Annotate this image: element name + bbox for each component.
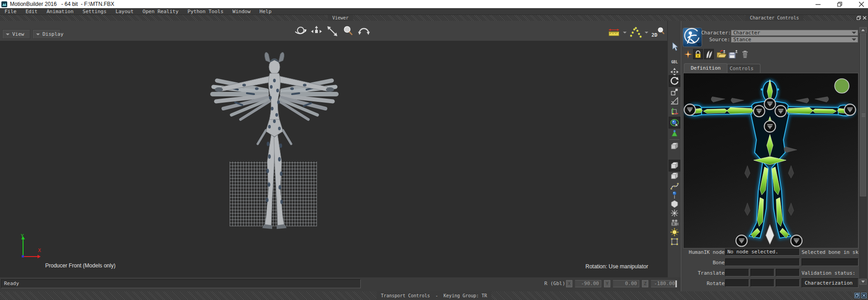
expand-right-hand-button[interactable]	[844, 104, 856, 115]
translate-z-field[interactable]	[776, 269, 800, 276]
menu-settings[interactable]: Settings	[78, 8, 111, 15]
2d-zoom-icon[interactable]: 2D	[651, 26, 666, 39]
chevron-down-icon	[6, 33, 9, 35]
expand-spine-button[interactable]	[764, 121, 776, 132]
axes-settings-icon[interactable]	[670, 107, 679, 117]
snap-angle-tool-icon[interactable]	[670, 96, 679, 106]
rotate-z-field[interactable]	[776, 279, 800, 287]
rotation-y-value[interactable]: 0.00	[613, 280, 639, 287]
select-sphere-icon[interactable]	[669, 117, 680, 129]
pan-camera-icon[interactable]	[310, 25, 323, 38]
rotation-z-value[interactable]: -180.00	[651, 280, 677, 287]
cube-solid-icon[interactable]	[669, 160, 680, 171]
rotate-x-field[interactable]	[725, 279, 749, 287]
source-select[interactable]: Stance	[731, 37, 858, 43]
translate-x-field[interactable]	[725, 269, 749, 276]
polygon-tool-icon[interactable]	[670, 199, 679, 209]
display-button[interactable]: Display	[33, 29, 61, 39]
tab-controls[interactable]: Controls	[723, 64, 760, 73]
chevron-down-icon[interactable]	[645, 32, 648, 33]
plume-icon[interactable]	[704, 49, 714, 59]
tab-definition[interactable]: Definition	[684, 63, 727, 73]
translate-y-field[interactable]	[750, 269, 774, 276]
character-controls-panel: Character: Character Source: Stance Defi…	[681, 21, 868, 291]
expand-left-shoulder-button[interactable]	[754, 105, 765, 117]
viewer-toolbar: View Display 2	[0, 21, 667, 41]
zoom-tool-icon[interactable]	[341, 25, 355, 38]
view-button[interactable]: View	[2, 29, 30, 39]
trajectory-keys-icon[interactable]	[629, 26, 642, 39]
minimize-button[interactable]	[815, 1, 821, 7]
cube-shaded-icon[interactable]	[670, 171, 679, 181]
arc-rotate-icon[interactable]	[357, 25, 371, 38]
rotate-label: Rotate	[683, 281, 725, 286]
scale-tool-icon[interactable]	[670, 87, 679, 97]
transport-float-icon[interactable]	[854, 293, 860, 298]
character-model[interactable]	[203, 49, 348, 231]
curve-tool-icon[interactable]	[670, 181, 679, 191]
menu-python-tools[interactable]: Python Tools	[183, 8, 228, 15]
delete-character-icon[interactable]	[740, 49, 750, 59]
x-chip: X	[566, 280, 572, 287]
menu-window[interactable]: Window	[228, 8, 255, 15]
light-tool-icon[interactable]	[670, 227, 679, 237]
chevron-down-icon[interactable]	[623, 32, 627, 33]
global-local-toggle[interactable]: GBL	[670, 57, 679, 67]
characterize-status-light[interactable]	[835, 79, 849, 93]
load-character-icon[interactable]	[717, 49, 726, 59]
panel-close-icon[interactable]	[862, 15, 867, 20]
scrollbar-thumb[interactable]	[860, 33, 866, 196]
scrollbar-up-button[interactable]	[859, 27, 867, 33]
humanik-node-field[interactable]: No node selected.	[725, 248, 800, 256]
expand-right-shoulder-button[interactable]	[775, 105, 786, 117]
marquee-select-icon[interactable]	[670, 237, 679, 247]
menu-file[interactable]: File	[0, 8, 21, 15]
characterization-box[interactable]: Characterization	[802, 278, 859, 288]
restore-button[interactable]	[836, 1, 843, 7]
expand-neck-button[interactable]	[764, 98, 776, 110]
menu-animation[interactable]: Animation	[42, 8, 78, 15]
dolly-camera-icon[interactable]	[326, 25, 339, 38]
lock-character-icon[interactable]	[693, 49, 703, 59]
menu-open-reality[interactable]: Open Reality	[138, 8, 183, 15]
rotate-y-field[interactable]	[750, 279, 774, 287]
chevron-down-icon	[852, 32, 856, 34]
cube-flat-icon[interactable]	[670, 141, 679, 151]
camera-tool-icon[interactable]	[670, 218, 679, 228]
null-object-icon[interactable]	[670, 208, 679, 218]
chevron-down-icon	[36, 33, 40, 35]
character-select[interactable]: Character	[731, 30, 858, 36]
status-gripper[interactable]	[675, 281, 677, 287]
bone-label: Bone	[683, 260, 725, 266]
menu-help[interactable]: Help	[255, 8, 276, 15]
rotation-global-label: R (Gbl)	[544, 281, 565, 286]
close-button[interactable]	[858, 1, 864, 7]
light-cone-icon[interactable]	[670, 129, 679, 138]
select-tool-icon[interactable]	[670, 42, 679, 52]
transport-controls-titlebar[interactable]: Transport Controls - Keying Group: TR	[0, 291, 868, 300]
bone-field[interactable]	[725, 258, 800, 266]
reference-marker[interactable]	[766, 224, 774, 244]
menu-layout[interactable]: Layout	[111, 8, 138, 15]
menu-edit[interactable]: Edit	[21, 8, 42, 15]
keying-mode-icon[interactable]	[683, 49, 693, 59]
timeline-ruler-icon[interactable]	[607, 26, 621, 39]
rotate-tool-icon[interactable]	[669, 75, 680, 87]
save-character-icon[interactable]	[728, 49, 738, 59]
scrollbar-down-button[interactable]	[859, 279, 867, 285]
viewer-viewport[interactable]: Y X Producer Front (Models only) Rotatio…	[0, 41, 667, 277]
rotation-x-value[interactable]: -90.00	[575, 280, 601, 287]
orbit-camera-icon[interactable]	[294, 25, 307, 38]
expand-left-foot-button[interactable]	[736, 235, 747, 247]
viewer-panel-titlebar[interactable]: Viewer	[0, 15, 681, 21]
character-definition-map[interactable]	[683, 73, 859, 248]
marker-tool-icon[interactable]	[670, 190, 679, 200]
character-menu-button[interactable]	[683, 28, 702, 47]
character-controls-titlebar[interactable]: Character Controls	[681, 15, 868, 21]
expand-right-foot-button[interactable]	[791, 235, 802, 247]
expand-left-hand-button[interactable]	[684, 104, 695, 115]
transport-close-icon[interactable]	[861, 293, 867, 298]
axis-origin	[22, 255, 24, 257]
panel-restore-icon[interactable]	[856, 15, 861, 20]
selected-bone-field[interactable]	[802, 258, 859, 266]
